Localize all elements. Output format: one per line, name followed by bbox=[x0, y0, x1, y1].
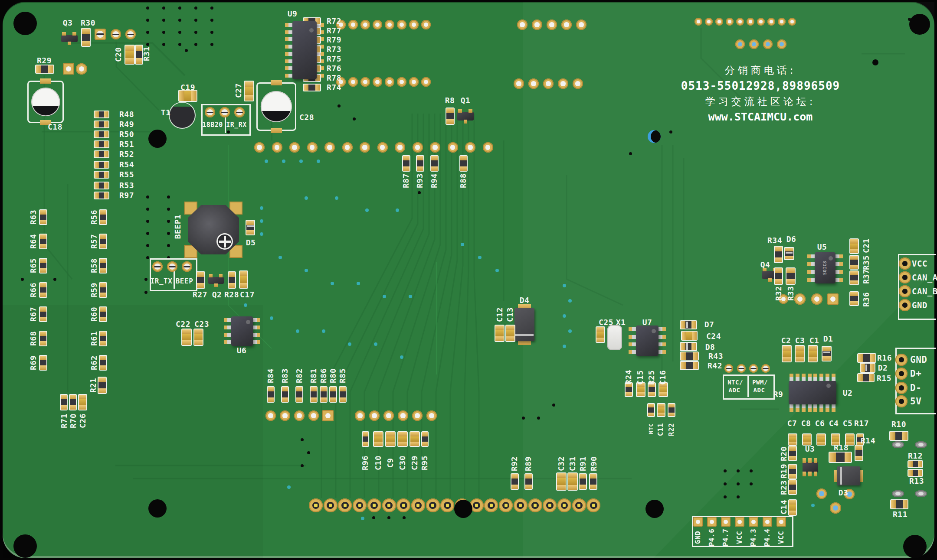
smd-capacitor bbox=[495, 325, 505, 342]
label-D7: D7 bbox=[704, 321, 714, 329]
ic-pin bbox=[819, 374, 823, 381]
info-line-website: www.STCAIMCU.com bbox=[676, 109, 845, 125]
label-NTC: NTC/ bbox=[727, 379, 743, 385]
smd-capacitor bbox=[244, 81, 254, 101]
header-pad bbox=[373, 20, 382, 29]
header-pad bbox=[373, 77, 382, 87]
label-R50: R50 bbox=[119, 130, 134, 138]
tented-via bbox=[265, 160, 268, 163]
port-pin-label-P4.6: P4.6 bbox=[708, 529, 715, 547]
through-hole-pad bbox=[811, 293, 822, 305]
screw-terminal-pad bbox=[152, 261, 163, 272]
label-R56: R56 bbox=[90, 210, 98, 225]
label-U9: U9 bbox=[288, 10, 298, 18]
electrolytic-capacitor-C18 bbox=[27, 81, 64, 123]
label-Q4: Q4 bbox=[760, 261, 770, 269]
label-SOIC8: SOIC8 bbox=[823, 261, 827, 275]
header-pad bbox=[398, 410, 408, 421]
smd-resistor bbox=[99, 258, 107, 273]
ic-pin bbox=[808, 374, 812, 381]
label-R86: R86 bbox=[320, 368, 328, 383]
usb-connector-pin-label-GND: GND bbox=[910, 355, 927, 365]
header-pad bbox=[397, 77, 406, 87]
label-R60: R60 bbox=[90, 307, 98, 322]
label-C2: C2 bbox=[781, 337, 791, 345]
ic-pin bbox=[832, 404, 835, 412]
header-pad bbox=[514, 498, 527, 512]
ic-pin bbox=[253, 318, 260, 322]
header-pad bbox=[385, 20, 394, 29]
label-R51: R51 bbox=[119, 140, 134, 148]
label-C5: C5 bbox=[843, 420, 853, 427]
tented-via bbox=[317, 160, 320, 163]
label-R96: R96 bbox=[361, 456, 369, 470]
label-T1: T1 bbox=[161, 109, 171, 117]
ic-pin bbox=[790, 374, 793, 381]
smd-resistor bbox=[99, 234, 107, 249]
drill-via bbox=[146, 19, 149, 22]
smd-resistor bbox=[99, 331, 107, 346]
tented-via bbox=[282, 160, 285, 163]
mounting-hole bbox=[909, 14, 930, 35]
smd-resistor bbox=[647, 403, 655, 417]
drill-via bbox=[522, 417, 525, 420]
header-pad bbox=[395, 142, 405, 153]
header-pad bbox=[763, 39, 773, 49]
ic-pin bbox=[285, 52, 292, 56]
label-R58: R58 bbox=[90, 258, 98, 273]
ic-pin bbox=[253, 340, 260, 344]
tented-via bbox=[568, 329, 572, 333]
tented-via bbox=[299, 160, 303, 163]
ic-pin bbox=[807, 278, 815, 282]
smd-resistor bbox=[267, 386, 275, 403]
label-X1: X1 bbox=[616, 319, 626, 326]
smd-resistor bbox=[39, 282, 47, 298]
label-C6: C6 bbox=[815, 420, 825, 427]
header-pad bbox=[382, 498, 396, 512]
smd-capacitor bbox=[788, 433, 797, 446]
header-pad bbox=[749, 39, 759, 49]
transistor-U3 bbox=[801, 458, 819, 476]
smd-resistor bbox=[680, 361, 699, 370]
diode-D5 bbox=[246, 220, 255, 235]
ic-pin bbox=[832, 374, 835, 381]
drill-via bbox=[178, 43, 181, 46]
label-Q3: Q3 bbox=[63, 19, 73, 27]
tented-via bbox=[409, 295, 412, 298]
label-R80: R80 bbox=[329, 368, 337, 383]
tented-via bbox=[296, 329, 299, 333]
label-R85: R85 bbox=[339, 368, 347, 383]
mounting-hole bbox=[454, 500, 472, 518]
ic-pin bbox=[835, 270, 843, 274]
tented-via bbox=[287, 485, 291, 489]
ic-pin bbox=[285, 74, 292, 78]
label-R83: R83 bbox=[281, 368, 289, 383]
smd-capacitor bbox=[373, 431, 383, 447]
header-pad bbox=[360, 77, 370, 87]
label-C29: C29 bbox=[411, 456, 419, 470]
ic-pin bbox=[253, 326, 260, 329]
tented-via bbox=[374, 342, 377, 346]
screw-terminal-pad bbox=[182, 261, 192, 272]
transistor-Q3 bbox=[59, 32, 79, 45]
pcb-photo-stage: Q3R30C20R31R29C18T1C19C27C28U9R72R77R79R… bbox=[0, 0, 937, 560]
header-pad bbox=[558, 78, 568, 89]
label-ADC: ADC bbox=[754, 387, 765, 393]
ic-U2 bbox=[789, 381, 836, 404]
header-pad bbox=[777, 39, 786, 49]
label-D8: D8 bbox=[705, 343, 715, 351]
header-pad bbox=[426, 498, 440, 512]
label-R73: R73 bbox=[327, 46, 341, 53]
smd-capacitor bbox=[397, 431, 408, 447]
label-C11: C11 bbox=[657, 423, 664, 436]
power-diode-D4 bbox=[514, 304, 535, 345]
screw-terminal-pad bbox=[220, 107, 230, 117]
drill-via bbox=[167, 244, 170, 247]
screw-terminal-pad bbox=[234, 107, 245, 117]
diode-D7 bbox=[680, 320, 697, 329]
tented-via bbox=[811, 504, 815, 507]
drill-via bbox=[750, 469, 753, 472]
drill-via bbox=[194, 43, 197, 46]
label-R97: R97 bbox=[119, 192, 134, 199]
header-pad bbox=[294, 410, 305, 421]
